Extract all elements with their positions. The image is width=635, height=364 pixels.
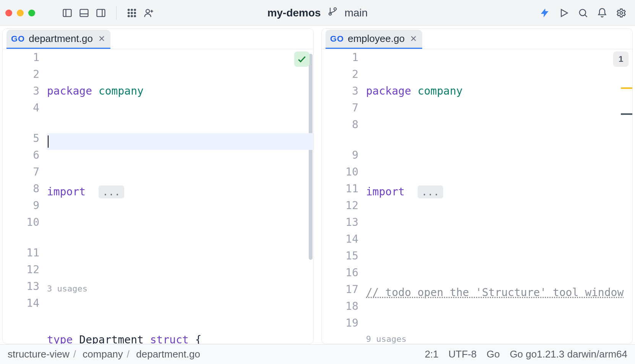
add-user-icon[interactable] bbox=[140, 5, 157, 21]
code-right[interactable]: package company import ... // todo open … bbox=[364, 49, 632, 344]
branch-name[interactable]: main bbox=[345, 7, 368, 19]
window-minimize-button[interactable] bbox=[17, 10, 24, 16]
gear-icon[interactable] bbox=[613, 5, 630, 21]
import-fold[interactable]: ... bbox=[418, 185, 443, 198]
svg-point-11 bbox=[134, 12, 136, 14]
editor-split: GO department.go ✕ 1 2 3 4 5 6 7 8 9 10 bbox=[0, 26, 635, 344]
file-lang[interactable]: Go bbox=[486, 348, 500, 360]
code-area-right[interactable]: 1 1 2 3 7 8 9 10 11 12 13 14 15 16 17 18 bbox=[322, 49, 632, 344]
titlebar: my-demos main bbox=[0, 0, 635, 26]
layout-right-icon[interactable] bbox=[92, 5, 109, 21]
caret-position[interactable]: 2:1 bbox=[425, 348, 439, 360]
svg-point-6 bbox=[128, 9, 130, 11]
svg-point-15 bbox=[146, 9, 149, 13]
svg-point-14 bbox=[134, 15, 136, 17]
svg-point-7 bbox=[131, 9, 133, 11]
svg-point-8 bbox=[134, 9, 136, 11]
close-tab-icon[interactable]: ✕ bbox=[408, 34, 417, 44]
svg-marker-20 bbox=[561, 9, 567, 16]
usages-hint[interactable]: 9 usages bbox=[366, 335, 632, 344]
editor-pane-right: GO employee.go ✕ 1 1 2 3 7 8 9 10 11 12 … bbox=[321, 28, 633, 344]
svg-line-22 bbox=[585, 14, 587, 17]
traffic-lights bbox=[5, 10, 35, 16]
code-area-left[interactable]: 1 2 3 4 5 6 7 8 9 10 11 12 13 14 package… bbox=[3, 49, 313, 344]
status-bar: structure-view/ company/ department.go 2… bbox=[0, 344, 635, 364]
svg-point-19 bbox=[334, 8, 337, 10]
breadcrumb[interactable]: structure-view/ company/ department.go bbox=[8, 348, 200, 360]
import-fold[interactable]: ... bbox=[99, 185, 124, 198]
go-file-icon: GO bbox=[330, 34, 344, 44]
svg-point-10 bbox=[131, 12, 133, 14]
file-encoding[interactable]: UTF-8 bbox=[449, 348, 477, 360]
search-icon[interactable] bbox=[575, 5, 591, 21]
gutter-right: 1 2 3 7 8 9 10 11 12 13 14 15 16 17 18 1… bbox=[322, 49, 364, 344]
tab-label: employee.go bbox=[348, 33, 405, 45]
usages-hint[interactable]: 3 usages bbox=[47, 284, 313, 298]
tab-strip-left: GO department.go ✕ bbox=[3, 29, 313, 49]
svg-point-21 bbox=[580, 9, 586, 15]
svg-rect-0 bbox=[63, 9, 71, 16]
close-tab-icon[interactable]: ✕ bbox=[97, 34, 105, 44]
bell-icon[interactable] bbox=[594, 5, 611, 21]
svg-rect-4 bbox=[97, 9, 105, 16]
svg-point-12 bbox=[128, 15, 130, 17]
tab-employee[interactable]: GO employee.go ✕ bbox=[326, 30, 422, 49]
svg-point-13 bbox=[131, 15, 133, 17]
editor-pane-left: GO department.go ✕ 1 2 3 4 5 6 7 8 9 10 bbox=[2, 28, 314, 344]
go-sdk[interactable]: Go go1.21.3 darwin/arm64 bbox=[510, 348, 627, 360]
svg-point-9 bbox=[128, 12, 130, 14]
bolt-icon[interactable] bbox=[536, 5, 553, 21]
project-name[interactable]: my-demos bbox=[267, 7, 321, 19]
tab-strip-right: GO employee.go ✕ bbox=[322, 29, 632, 49]
text-caret bbox=[48, 135, 49, 148]
window-zoom-button[interactable] bbox=[28, 10, 35, 16]
vcs-branch-icon bbox=[328, 6, 338, 19]
grid-apps-icon[interactable] bbox=[123, 5, 140, 21]
svg-point-23 bbox=[620, 11, 623, 14]
svg-rect-2 bbox=[80, 9, 88, 16]
go-file-icon: GO bbox=[11, 34, 25, 44]
titlebar-center: my-demos main bbox=[267, 6, 368, 19]
layout-bottom-icon[interactable] bbox=[76, 5, 92, 21]
tab-label: department.go bbox=[29, 33, 93, 45]
layout-left-icon[interactable] bbox=[59, 5, 76, 21]
gutter-left: 1 2 3 4 5 6 7 8 9 10 11 12 13 14 bbox=[3, 49, 45, 344]
window-close-button[interactable] bbox=[5, 10, 12, 16]
tab-department[interactable]: GO department.go ✕ bbox=[6, 30, 110, 49]
code-left[interactable]: package company import ... 3 usages type… bbox=[45, 49, 313, 344]
run-icon[interactable] bbox=[556, 5, 572, 21]
